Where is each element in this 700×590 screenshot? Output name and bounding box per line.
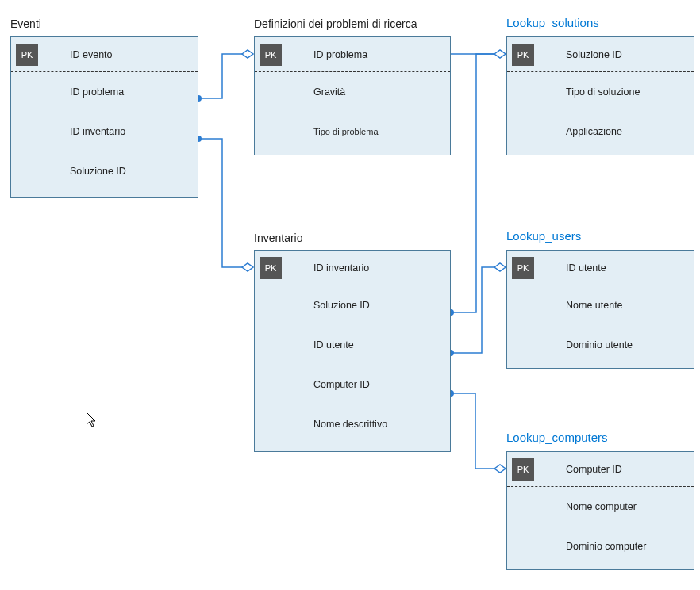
entity-solutions: PK Soluzione ID Tipo di soluzione Applic…	[506, 36, 694, 155]
entity-title-solutions[interactable]: Lookup_solutions	[506, 16, 599, 29]
field: Gravità	[255, 72, 450, 112]
entity-users: PK ID utente Nome utente Dominio utente	[506, 250, 694, 369]
entity-problemi: PK ID problema Gravità Tipo di problema	[254, 36, 451, 155]
entity-inventario: PK ID inventario Soluzione ID ID utente …	[254, 250, 451, 452]
entity-title-inventario: Inventario	[254, 232, 302, 244]
svg-marker-1	[242, 50, 253, 58]
pk-field: ID utente	[566, 262, 606, 274]
pk-field: ID inventario	[313, 262, 369, 274]
field: Soluzione ID	[11, 151, 198, 191]
entity-title-users[interactable]: Lookup_users	[506, 229, 581, 243]
field: Computer ID	[255, 365, 450, 404]
pk-badge: PK	[16, 44, 38, 66]
pk-field: Computer ID	[566, 464, 622, 475]
field: Nome utente	[507, 285, 694, 325]
pk-badge: PK	[260, 44, 282, 66]
field: Applicazione	[507, 112, 694, 151]
mouse-cursor-icon	[87, 412, 99, 428]
pk-row: PK Soluzione ID	[507, 37, 694, 72]
pk-field: ID problema	[313, 49, 367, 60]
pk-field: ID evento	[70, 49, 113, 60]
entity-title-problemi: Definizioni dei problemi di ricerca	[254, 17, 417, 30]
pk-row: PK Computer ID	[507, 452, 694, 487]
field: Dominio computer	[507, 527, 694, 566]
field: Soluzione ID	[255, 285, 450, 325]
pk-row: PK ID problema	[255, 37, 450, 72]
entity-eventi: PK ID evento ID problema ID inventario S…	[10, 36, 198, 198]
field: ID utente	[255, 325, 450, 365]
pk-row: PK ID evento	[11, 37, 198, 72]
field: Tipo di soluzione	[507, 72, 694, 112]
field: Nome descrittivo	[255, 404, 450, 444]
field: Nome computer	[507, 487, 694, 527]
field: ID problema	[11, 72, 198, 112]
pk-badge: PK	[260, 257, 282, 279]
entity-title-eventi: Eventi	[10, 17, 41, 30]
field: Tipo di problema	[255, 112, 450, 151]
svg-marker-9	[494, 465, 506, 473]
field: ID inventario	[11, 112, 198, 151]
pk-badge: PK	[512, 257, 534, 279]
pk-badge: PK	[512, 458, 534, 481]
svg-marker-3	[242, 263, 253, 271]
pk-field: Soluzione ID	[566, 49, 622, 60]
field: Dominio utente	[507, 325, 694, 365]
svg-marker-7	[494, 263, 506, 271]
pk-badge: PK	[512, 44, 534, 66]
entity-title-computers[interactable]: Lookup_computers	[506, 431, 608, 444]
entity-computers: PK Computer ID Nome computer Dominio com…	[506, 451, 694, 570]
pk-row: PK ID inventario	[255, 251, 450, 285]
svg-marker-4	[494, 50, 506, 58]
pk-row: PK ID utente	[507, 251, 694, 285]
